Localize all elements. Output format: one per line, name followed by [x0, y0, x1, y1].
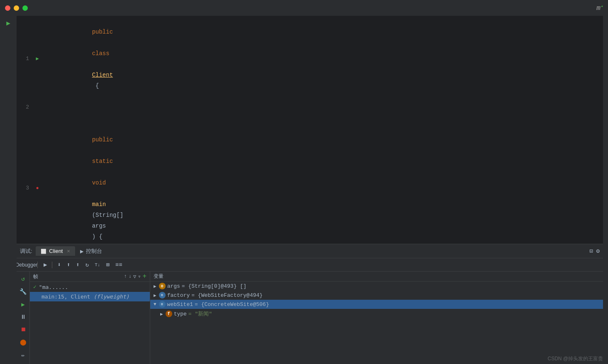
- debug-label: 调试:: [20, 248, 32, 255]
- paren: ) {: [92, 233, 103, 240]
- code-line: 2: [17, 102, 603, 113]
- tab-label: Client: [49, 248, 63, 254]
- debug-tabs: 调试: ⬜ Client × ▶ 控制台 ⊡ ⚙: [17, 244, 603, 258]
- layout-icon[interactable]: ⊡: [589, 248, 593, 255]
- frames-more-icon[interactable]: ▿: [138, 274, 141, 280]
- var-value: = {ConcreteWebSite@506}: [195, 301, 269, 308]
- tab-icon: ⬜: [41, 249, 46, 254]
- main-layout: ▶ 1 ▶ public class: [0, 16, 608, 364]
- line-content: [42, 102, 603, 113]
- evaluate-btn[interactable]: ↻: [84, 260, 90, 269]
- run-icon[interactable]: ▶: [6, 19, 10, 27]
- class-name: Client: [92, 72, 113, 78]
- step-out-btn[interactable]: ⬆: [65, 260, 72, 269]
- brace: {: [92, 83, 99, 89]
- stop-icon[interactable]: ⏹: [19, 325, 27, 334]
- line-number: 1: [17, 53, 33, 64]
- title-bar: m✦: [0, 0, 608, 16]
- tab-client[interactable]: ⬜ Client ×: [36, 246, 75, 256]
- step-over-btn[interactable]: ▶: [42, 260, 49, 269]
- keyword: public: [92, 29, 113, 35]
- frame-check-icon: ✓: [33, 284, 37, 290]
- add-frame-btn[interactable]: +: [142, 273, 147, 280]
- mute-breakpoints-icon[interactable]: ⬤: [19, 337, 28, 347]
- pause-debug-icon[interactable]: ⏸: [19, 313, 27, 322]
- debug-toolbar: Debugger ▶ ⬇ ⬆ ⬆ ↻ T↓ ⊞ ≡≡: [17, 258, 603, 272]
- tab-close-icon[interactable]: ×: [67, 248, 70, 254]
- frames-header: 帧: [33, 273, 38, 280]
- space: [92, 61, 95, 68]
- var-item-args[interactable]: ▶ o args = {String[0]@493} []: [150, 281, 603, 291]
- indent: [92, 126, 106, 132]
- frames-list: ✓ "ma...... main:15, Client (flyweight): [30, 282, 150, 364]
- line-content: public static void main (String[] args )…: [42, 113, 603, 244]
- frames-up-icon[interactable]: ↑: [124, 274, 127, 279]
- space: [92, 169, 95, 175]
- line-content: public class Client {: [42, 16, 603, 102]
- settings-icon[interactable]: ⚙: [596, 248, 600, 255]
- edit-breakpoints-icon[interactable]: ✏: [20, 350, 26, 360]
- method-name: main: [92, 201, 106, 208]
- code-line: 1 ▶ public class Client {: [17, 16, 603, 102]
- step-into-btn[interactable]: ⬇: [56, 260, 62, 269]
- frames-panel: 帧 ↑ ↓ ▽ ▿ + ✓ "ma......: [30, 272, 150, 364]
- var-value: = {String[0]@493} []: [182, 283, 247, 289]
- var-name: type: [174, 311, 187, 317]
- var-type-e: ≡: [159, 301, 166, 308]
- frames-btn[interactable]: T↓: [93, 262, 102, 268]
- maximize-button[interactable]: [22, 5, 28, 11]
- var-type-f: f: [166, 311, 172, 317]
- status-bar: CSDN @掉头发的王富贵: [542, 354, 608, 364]
- tab-console[interactable]: ▶ 控制台: [75, 246, 107, 257]
- var-name: args: [167, 283, 180, 289]
- var-type-o: o: [159, 283, 166, 289]
- frame-item-active[interactable]: main:15, Client (flyweight): [30, 292, 150, 301]
- expand-icon[interactable]: ▶: [154, 284, 156, 289]
- app-logo: m✦: [596, 4, 603, 12]
- close-button[interactable]: [5, 5, 10, 11]
- minimize-button[interactable]: [14, 5, 19, 11]
- expand-icon[interactable]: ▶: [154, 293, 156, 298]
- debug-panel: 调试: ⬜ Client × ▶ 控制台 ⊡ ⚙ Debugger: [17, 244, 603, 364]
- var-value: = "新闻": [188, 310, 212, 318]
- var-item-type[interactable]: ▶ f type = "新闻": [157, 309, 603, 319]
- line-gutter: ▶: [33, 53, 42, 64]
- code-scroll[interactable]: 1 ▶ public class Client {: [17, 16, 603, 244]
- code-editor: 1 ▶ public class Client {: [17, 16, 603, 244]
- line-gutter: ●: [33, 183, 42, 194]
- run-line-icon[interactable]: ▶: [36, 53, 39, 64]
- keyword: public: [92, 136, 113, 143]
- var-name: webSite1: [167, 301, 193, 308]
- debugger-tab[interactable]: Debugger: [20, 262, 33, 268]
- window-controls: [5, 5, 28, 11]
- debug-content: ↺ 🔧 ▶ ⏸ ⏹ ⬤ ✏ 帧 ↑ ↓ ▽: [17, 272, 603, 364]
- wrench-icon[interactable]: 🔧: [18, 287, 28, 296]
- resume-icon[interactable]: ▶: [20, 300, 26, 309]
- frame-item[interactable]: ✓ "ma......: [30, 282, 150, 292]
- expand-icon[interactable]: ▶: [160, 311, 163, 317]
- code-lines: 1 ▶ public class Client {: [17, 16, 603, 244]
- line-number: 2: [17, 102, 33, 113]
- frame-label: "ma......: [39, 284, 68, 290]
- frames-filter-icon[interactable]: ▽: [133, 274, 136, 280]
- var-item-factory[interactable]: ▶ ≡ factory = {WebSiteFactory@494}: [150, 291, 603, 300]
- keyword: void: [92, 180, 106, 186]
- tab-label: 控制台: [86, 248, 102, 254]
- var-item-website1[interactable]: ▼ ≡ webSite1 = {ConcreteWebSite@506}: [150, 300, 603, 309]
- variables-header: 变量: [154, 273, 164, 280]
- var-name: factory: [167, 292, 190, 298]
- frames-down-icon[interactable]: ↓: [129, 274, 132, 279]
- space: [92, 147, 95, 154]
- space: [92, 39, 95, 46]
- line-number: 3: [17, 183, 33, 194]
- run-to-cursor-btn[interactable]: ⬆: [74, 260, 81, 269]
- breakpoint-icon: ●: [36, 183, 39, 194]
- more-btn[interactable]: ≡≡: [114, 261, 124, 269]
- frame-label: main:15, Client (flyweight): [42, 294, 129, 300]
- right-scrollbar[interactable]: [603, 16, 608, 364]
- variables-btn[interactable]: ⊞: [104, 260, 111, 269]
- tab-icon: ▶: [80, 249, 83, 254]
- expand-icon[interactable]: ▼: [154, 302, 156, 307]
- refresh-debug-icon[interactable]: ↺: [20, 274, 26, 284]
- keyword: class: [92, 50, 110, 57]
